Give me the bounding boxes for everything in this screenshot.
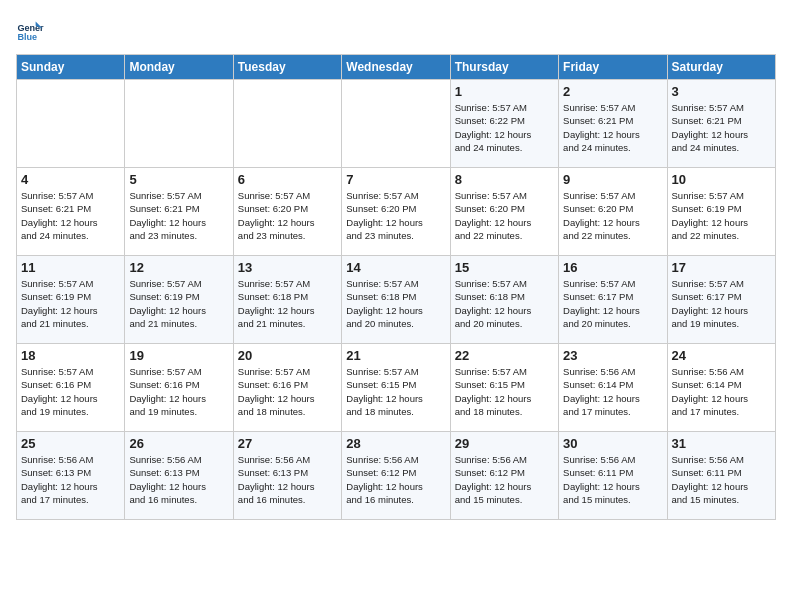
calendar-cell: 20Sunrise: 5:57 AMSunset: 6:16 PMDayligh… [233, 344, 341, 432]
day-info: Sunrise: 5:57 AMSunset: 6:15 PMDaylight:… [346, 365, 445, 418]
day-number: 4 [21, 172, 120, 187]
day-info: Sunrise: 5:57 AMSunset: 6:16 PMDaylight:… [129, 365, 228, 418]
calendar-cell: 28Sunrise: 5:56 AMSunset: 6:12 PMDayligh… [342, 432, 450, 520]
calendar-cell: 7Sunrise: 5:57 AMSunset: 6:20 PMDaylight… [342, 168, 450, 256]
calendar-cell: 3Sunrise: 5:57 AMSunset: 6:21 PMDaylight… [667, 80, 775, 168]
day-info: Sunrise: 5:56 AMSunset: 6:11 PMDaylight:… [672, 453, 771, 506]
day-info: Sunrise: 5:57 AMSunset: 6:20 PMDaylight:… [455, 189, 554, 242]
calendar-cell: 26Sunrise: 5:56 AMSunset: 6:13 PMDayligh… [125, 432, 233, 520]
day-number: 12 [129, 260, 228, 275]
day-info: Sunrise: 5:57 AMSunset: 6:16 PMDaylight:… [21, 365, 120, 418]
day-info: Sunrise: 5:56 AMSunset: 6:12 PMDaylight:… [455, 453, 554, 506]
day-number: 14 [346, 260, 445, 275]
calendar-cell: 5Sunrise: 5:57 AMSunset: 6:21 PMDaylight… [125, 168, 233, 256]
calendar-cell: 13Sunrise: 5:57 AMSunset: 6:18 PMDayligh… [233, 256, 341, 344]
day-number: 2 [563, 84, 662, 99]
day-number: 26 [129, 436, 228, 451]
calendar-cell [342, 80, 450, 168]
weekday-header-saturday: Saturday [667, 55, 775, 80]
calendar-cell: 27Sunrise: 5:56 AMSunset: 6:13 PMDayligh… [233, 432, 341, 520]
calendar-cell: 22Sunrise: 5:57 AMSunset: 6:15 PMDayligh… [450, 344, 558, 432]
day-info: Sunrise: 5:57 AMSunset: 6:21 PMDaylight:… [129, 189, 228, 242]
calendar-week-4: 18Sunrise: 5:57 AMSunset: 6:16 PMDayligh… [17, 344, 776, 432]
day-number: 3 [672, 84, 771, 99]
logo: General Blue [16, 16, 44, 44]
calendar-cell: 2Sunrise: 5:57 AMSunset: 6:21 PMDaylight… [559, 80, 667, 168]
day-number: 16 [563, 260, 662, 275]
day-number: 31 [672, 436, 771, 451]
day-info: Sunrise: 5:57 AMSunset: 6:22 PMDaylight:… [455, 101, 554, 154]
calendar-cell: 24Sunrise: 5:56 AMSunset: 6:14 PMDayligh… [667, 344, 775, 432]
day-number: 11 [21, 260, 120, 275]
day-number: 18 [21, 348, 120, 363]
day-number: 27 [238, 436, 337, 451]
weekday-header-sunday: Sunday [17, 55, 125, 80]
calendar-cell: 15Sunrise: 5:57 AMSunset: 6:18 PMDayligh… [450, 256, 558, 344]
day-info: Sunrise: 5:56 AMSunset: 6:14 PMDaylight:… [672, 365, 771, 418]
day-number: 7 [346, 172, 445, 187]
calendar-cell: 23Sunrise: 5:56 AMSunset: 6:14 PMDayligh… [559, 344, 667, 432]
calendar-cell: 29Sunrise: 5:56 AMSunset: 6:12 PMDayligh… [450, 432, 558, 520]
day-number: 15 [455, 260, 554, 275]
calendar-cell: 14Sunrise: 5:57 AMSunset: 6:18 PMDayligh… [342, 256, 450, 344]
day-info: Sunrise: 5:57 AMSunset: 6:18 PMDaylight:… [455, 277, 554, 330]
calendar-cell: 16Sunrise: 5:57 AMSunset: 6:17 PMDayligh… [559, 256, 667, 344]
day-number: 29 [455, 436, 554, 451]
calendar-week-1: 1Sunrise: 5:57 AMSunset: 6:22 PMDaylight… [17, 80, 776, 168]
calendar-cell: 8Sunrise: 5:57 AMSunset: 6:20 PMDaylight… [450, 168, 558, 256]
calendar-week-3: 11Sunrise: 5:57 AMSunset: 6:19 PMDayligh… [17, 256, 776, 344]
day-number: 5 [129, 172, 228, 187]
day-info: Sunrise: 5:57 AMSunset: 6:15 PMDaylight:… [455, 365, 554, 418]
day-info: Sunrise: 5:57 AMSunset: 6:21 PMDaylight:… [563, 101, 662, 154]
calendar-cell: 31Sunrise: 5:56 AMSunset: 6:11 PMDayligh… [667, 432, 775, 520]
day-info: Sunrise: 5:57 AMSunset: 6:19 PMDaylight:… [672, 189, 771, 242]
weekday-header-row: SundayMondayTuesdayWednesdayThursdayFrid… [17, 55, 776, 80]
day-number: 24 [672, 348, 771, 363]
calendar-cell: 21Sunrise: 5:57 AMSunset: 6:15 PMDayligh… [342, 344, 450, 432]
day-info: Sunrise: 5:57 AMSunset: 6:20 PMDaylight:… [346, 189, 445, 242]
weekday-header-friday: Friday [559, 55, 667, 80]
calendar-week-2: 4Sunrise: 5:57 AMSunset: 6:21 PMDaylight… [17, 168, 776, 256]
day-number: 6 [238, 172, 337, 187]
calendar-cell [17, 80, 125, 168]
day-number: 21 [346, 348, 445, 363]
day-info: Sunrise: 5:57 AMSunset: 6:17 PMDaylight:… [563, 277, 662, 330]
calendar-cell: 10Sunrise: 5:57 AMSunset: 6:19 PMDayligh… [667, 168, 775, 256]
calendar-cell: 9Sunrise: 5:57 AMSunset: 6:20 PMDaylight… [559, 168, 667, 256]
calendar-cell: 1Sunrise: 5:57 AMSunset: 6:22 PMDaylight… [450, 80, 558, 168]
day-number: 17 [672, 260, 771, 275]
day-info: Sunrise: 5:57 AMSunset: 6:19 PMDaylight:… [21, 277, 120, 330]
calendar-cell [125, 80, 233, 168]
day-number: 8 [455, 172, 554, 187]
calendar-cell: 18Sunrise: 5:57 AMSunset: 6:16 PMDayligh… [17, 344, 125, 432]
svg-text:Blue: Blue [17, 32, 37, 42]
day-number: 22 [455, 348, 554, 363]
calendar-cell: 6Sunrise: 5:57 AMSunset: 6:20 PMDaylight… [233, 168, 341, 256]
calendar-cell: 30Sunrise: 5:56 AMSunset: 6:11 PMDayligh… [559, 432, 667, 520]
day-info: Sunrise: 5:56 AMSunset: 6:14 PMDaylight:… [563, 365, 662, 418]
day-info: Sunrise: 5:56 AMSunset: 6:13 PMDaylight:… [238, 453, 337, 506]
day-info: Sunrise: 5:57 AMSunset: 6:19 PMDaylight:… [129, 277, 228, 330]
weekday-header-thursday: Thursday [450, 55, 558, 80]
calendar-cell: 11Sunrise: 5:57 AMSunset: 6:19 PMDayligh… [17, 256, 125, 344]
page-header: General Blue [16, 16, 776, 44]
calendar-week-5: 25Sunrise: 5:56 AMSunset: 6:13 PMDayligh… [17, 432, 776, 520]
day-info: Sunrise: 5:56 AMSunset: 6:11 PMDaylight:… [563, 453, 662, 506]
logo-icon: General Blue [16, 16, 44, 44]
day-number: 1 [455, 84, 554, 99]
calendar-table: SundayMondayTuesdayWednesdayThursdayFrid… [16, 54, 776, 520]
day-number: 13 [238, 260, 337, 275]
day-number: 30 [563, 436, 662, 451]
day-number: 28 [346, 436, 445, 451]
day-info: Sunrise: 5:57 AMSunset: 6:18 PMDaylight:… [346, 277, 445, 330]
day-number: 25 [21, 436, 120, 451]
day-number: 10 [672, 172, 771, 187]
day-info: Sunrise: 5:57 AMSunset: 6:20 PMDaylight:… [563, 189, 662, 242]
calendar-cell: 25Sunrise: 5:56 AMSunset: 6:13 PMDayligh… [17, 432, 125, 520]
day-number: 20 [238, 348, 337, 363]
day-number: 19 [129, 348, 228, 363]
day-number: 23 [563, 348, 662, 363]
weekday-header-monday: Monday [125, 55, 233, 80]
day-info: Sunrise: 5:57 AMSunset: 6:21 PMDaylight:… [21, 189, 120, 242]
weekday-header-tuesday: Tuesday [233, 55, 341, 80]
